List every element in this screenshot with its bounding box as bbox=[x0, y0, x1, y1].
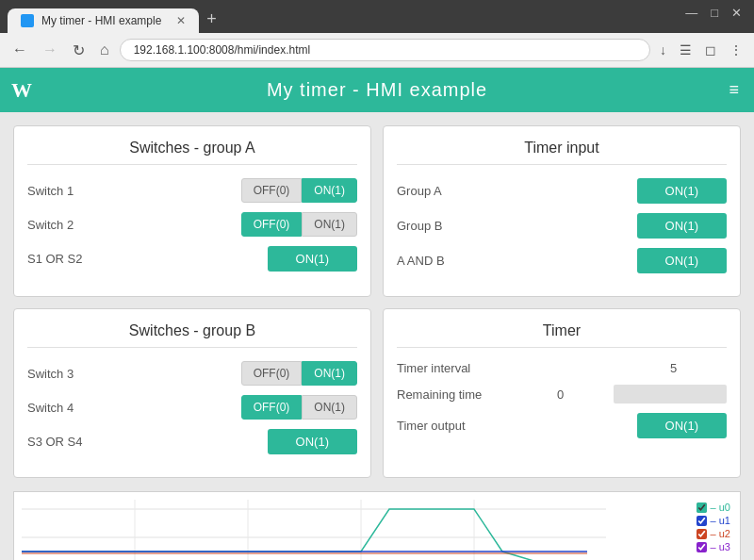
timer-a-and-b-button[interactable]: ON(1) bbox=[637, 248, 727, 273]
switch-4-label: Switch 4 bbox=[27, 401, 241, 415]
timer-group-b-row: Group B ON(1) bbox=[397, 213, 727, 239]
tab-favicon bbox=[21, 14, 34, 27]
switch-2-off-button[interactable]: OFF(0) bbox=[241, 212, 303, 237]
timer-group-a-button[interactable]: ON(1) bbox=[637, 178, 727, 204]
app-header: W My timer - HMI example ≡ bbox=[0, 68, 754, 112]
main-content: Switches - group A Switch 1 OFF(0) ON(1)… bbox=[0, 112, 754, 491]
bookmarks-icon[interactable]: ☰ bbox=[676, 41, 696, 59]
browser-tab[interactable]: My timer - HMI example ✕ bbox=[8, 8, 199, 33]
app-title: My timer - HMI example bbox=[267, 79, 487, 101]
url-text: 192.168.1.100:8008/hmi/index.html bbox=[134, 43, 310, 57]
timer-group-a-row: Group A ON(1) bbox=[397, 178, 727, 204]
timer-remaining-label: Remaining time bbox=[397, 387, 557, 402]
timer-output-button[interactable]: ON(1) bbox=[637, 413, 727, 438]
legend-u2-checkbox[interactable] bbox=[697, 529, 707, 539]
timer-card: Timer Timer interval 5 Remaining time 0 … bbox=[383, 308, 741, 478]
reload-button[interactable]: ↻ bbox=[68, 40, 90, 61]
chart-container: – u0 – u1 – u2 – u3 bbox=[0, 491, 754, 560]
switch-4-group: OFF(0) ON(1) bbox=[241, 395, 357, 420]
timer-output-label: Timer output bbox=[397, 419, 637, 433]
switch-1-label: Switch 1 bbox=[27, 184, 241, 198]
legend-u0: – u0 bbox=[697, 502, 730, 513]
timer-title: Timer bbox=[397, 322, 727, 348]
chart-legend: – u0 – u1 – u2 – u3 bbox=[697, 502, 730, 554]
timer-group-b-label: Group B bbox=[397, 219, 637, 233]
timer-input-title: Timer input bbox=[397, 140, 727, 165]
s3-or-s4-result-button[interactable]: ON(1) bbox=[268, 429, 357, 454]
switch-1-off-button[interactable]: OFF(0) bbox=[241, 178, 303, 203]
s1-or-s2-row: S1 OR S2 ON(1) bbox=[27, 246, 357, 272]
minimize-button[interactable]: — bbox=[680, 6, 702, 20]
timer-group-b-button[interactable]: ON(1) bbox=[637, 213, 727, 239]
switch-4-off-button[interactable]: OFF(0) bbox=[241, 395, 303, 420]
timer-a-and-b-row: A AND B ON(1) bbox=[397, 248, 727, 273]
switch-2-on-button[interactable]: ON(1) bbox=[302, 212, 357, 237]
switch-4-row: Switch 4 OFF(0) ON(1) bbox=[27, 395, 357, 420]
legend-u1-label: – u1 bbox=[711, 515, 730, 526]
app-menu-icon[interactable]: ≡ bbox=[729, 80, 739, 100]
legend-u2-label: – u2 bbox=[711, 528, 730, 539]
timer-a-and-b-label: A AND B bbox=[397, 254, 637, 268]
timer-interval-row: Timer interval 5 bbox=[397, 361, 727, 375]
back-button[interactable]: ← bbox=[8, 40, 32, 60]
switch-4-on-button[interactable]: ON(1) bbox=[302, 395, 357, 420]
timer-remaining-value: 0 bbox=[557, 387, 614, 402]
nav-bar: ← → ↻ ⌂ 192.168.1.100:8008/hmi/index.htm… bbox=[0, 33, 754, 68]
tab-title: My timer - HMI example bbox=[41, 14, 161, 27]
s3-or-s4-row: S3 OR S4 ON(1) bbox=[27, 429, 357, 454]
url-bar[interactable]: 192.168.1.100:8008/hmi/index.html bbox=[120, 39, 650, 61]
legend-u3-checkbox[interactable] bbox=[697, 542, 707, 552]
timer-group-a-label: Group A bbox=[397, 184, 637, 198]
legend-u3: – u3 bbox=[697, 541, 730, 552]
timer-interval-label: Timer interval bbox=[397, 361, 670, 375]
switch-1-group: OFF(0) ON(1) bbox=[241, 178, 357, 203]
s1-or-s2-label: S1 OR S2 bbox=[27, 252, 268, 266]
s1-or-s2-result-button[interactable]: ON(1) bbox=[268, 246, 357, 272]
legend-u2: – u2 bbox=[697, 528, 730, 539]
switch-1-on-button[interactable]: ON(1) bbox=[302, 178, 357, 203]
timer-interval-value: 5 bbox=[670, 361, 727, 375]
maximize-button[interactable]: □ bbox=[706, 6, 723, 20]
timer-output-row: Timer output ON(1) bbox=[397, 413, 727, 438]
timer-remaining-bar bbox=[614, 385, 727, 404]
switch-2-group: OFF(0) ON(1) bbox=[241, 212, 357, 237]
download-icon[interactable]: ↓ bbox=[656, 41, 670, 59]
forward-button[interactable]: → bbox=[38, 40, 62, 60]
legend-u1-checkbox[interactable] bbox=[697, 516, 707, 526]
timer-remaining-row: Remaining time 0 bbox=[397, 385, 727, 404]
switches-group-b-card: Switches - group B Switch 3 OFF(0) ON(1)… bbox=[13, 308, 371, 478]
tab-close-button[interactable]: ✕ bbox=[176, 14, 186, 27]
switch-3-on-button[interactable]: ON(1) bbox=[302, 361, 357, 386]
switches-group-a-card: Switches - group A Switch 1 OFF(0) ON(1)… bbox=[13, 125, 371, 297]
switch-2-row: Switch 2 OFF(0) ON(1) bbox=[27, 212, 357, 237]
switch-2-label: Switch 2 bbox=[27, 218, 241, 232]
legend-u3-label: – u3 bbox=[711, 541, 730, 552]
switch-1-row: Switch 1 OFF(0) ON(1) bbox=[27, 178, 357, 203]
timer-input-card: Timer input Group A ON(1) Group B ON(1) … bbox=[383, 125, 741, 297]
switch-3-label: Switch 3 bbox=[27, 367, 241, 381]
switch-3-group: OFF(0) ON(1) bbox=[241, 361, 357, 386]
chart-svg: 4 2 0 bbox=[22, 500, 606, 560]
close-button[interactable]: ✕ bbox=[727, 6, 746, 20]
new-tab-button[interactable]: + bbox=[199, 6, 224, 33]
legend-u0-checkbox[interactable] bbox=[697, 502, 707, 513]
chart-area: – u0 – u1 – u2 – u3 bbox=[13, 491, 741, 560]
extensions-icon[interactable]: ◻ bbox=[701, 41, 720, 59]
s3-or-s4-label: S3 OR S4 bbox=[27, 435, 268, 449]
switch-3-off-button[interactable]: OFF(0) bbox=[241, 361, 303, 386]
switch-3-row: Switch 3 OFF(0) ON(1) bbox=[27, 361, 357, 386]
menu-icon[interactable]: ⋮ bbox=[726, 41, 746, 59]
app-logo: W bbox=[11, 78, 32, 103]
switches-group-b-title: Switches - group B bbox=[27, 322, 357, 348]
legend-u0-label: – u0 bbox=[711, 502, 730, 513]
home-button[interactable]: ⌂ bbox=[95, 40, 114, 60]
switches-group-a-title: Switches - group A bbox=[27, 140, 357, 165]
window-controls: — □ ✕ bbox=[680, 6, 746, 20]
legend-u1: – u1 bbox=[697, 515, 730, 526]
